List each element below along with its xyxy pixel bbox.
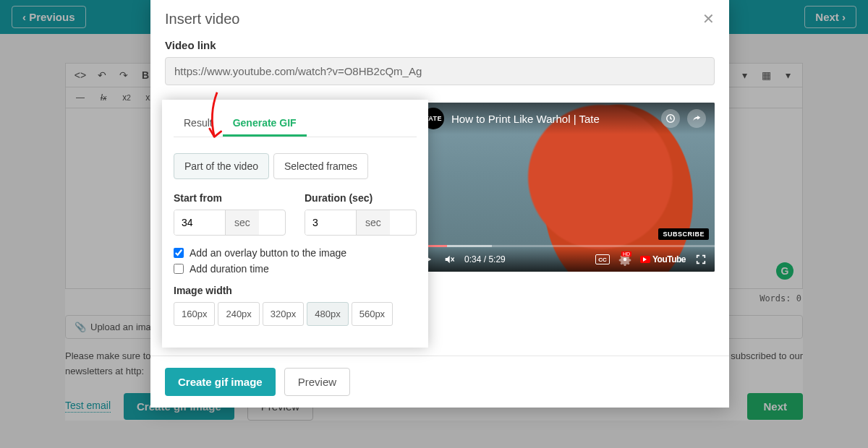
- duration-checkbox[interactable]: [174, 264, 184, 274]
- duration-checkbox-row[interactable]: Add duration time: [174, 263, 417, 275]
- width-option-560px[interactable]: 560px: [352, 302, 393, 326]
- seg-selected-frames[interactable]: Selected frames: [273, 153, 368, 179]
- settings-hd-icon[interactable]: HD: [618, 253, 631, 266]
- close-icon[interactable]: ✕: [702, 10, 715, 27]
- image-width-label: Image width: [174, 285, 417, 296]
- insert-video-modal: Insert video ✕ Video link Result Gene: [150, 0, 729, 408]
- width-option-320px[interactable]: 320px: [263, 302, 304, 326]
- tab-result[interactable]: Result: [174, 111, 223, 137]
- create-gif-button-modal[interactable]: Create gif image: [165, 368, 276, 396]
- video-link-input[interactable]: [165, 57, 715, 85]
- video-link-label: Video link: [165, 39, 715, 51]
- start-from-input[interactable]: [174, 210, 225, 235]
- start-from-label: Start from: [174, 192, 286, 204]
- fullscreen-icon[interactable]: [694, 253, 707, 266]
- duration-label: Duration (sec): [305, 192, 417, 204]
- unit-sec: sec: [356, 210, 390, 235]
- subscribe-badge[interactable]: SUBSCRIBE: [658, 228, 709, 240]
- width-option-240px[interactable]: 240px: [218, 302, 259, 326]
- duration-input[interactable]: [305, 210, 356, 235]
- captions-icon[interactable]: CC: [595, 254, 610, 264]
- video-time: 0:34 / 5:29: [464, 254, 506, 264]
- image-width-options: 160px240px320px480px560px: [174, 302, 417, 326]
- overlay-checkbox-row[interactable]: Add an overlay button to the image: [174, 247, 417, 259]
- share-icon[interactable]: [687, 109, 706, 128]
- watch-later-icon[interactable]: [661, 109, 680, 128]
- unit-sec: sec: [225, 210, 259, 235]
- youtube-logo-icon[interactable]: YouTube: [640, 254, 686, 264]
- width-option-480px[interactable]: 480px: [307, 302, 348, 326]
- preview-button-modal[interactable]: Preview: [284, 368, 350, 396]
- video-title: How to Print Like Warhol | Tate: [451, 113, 654, 125]
- width-option-160px[interactable]: 160px: [174, 302, 215, 326]
- seg-part-of-video[interactable]: Part of the video: [174, 153, 269, 179]
- modal-title: Insert video: [165, 11, 239, 27]
- overlay-checkbox[interactable]: [174, 248, 184, 258]
- mute-icon[interactable]: [443, 253, 456, 266]
- tab-generate-gif[interactable]: Generate GIF: [223, 111, 307, 137]
- video-preview[interactable]: TATE How to Print Like Warhol | Tate SUB…: [414, 103, 715, 272]
- gif-config-panel: Result Generate GIF Part of the video Se…: [162, 100, 428, 348]
